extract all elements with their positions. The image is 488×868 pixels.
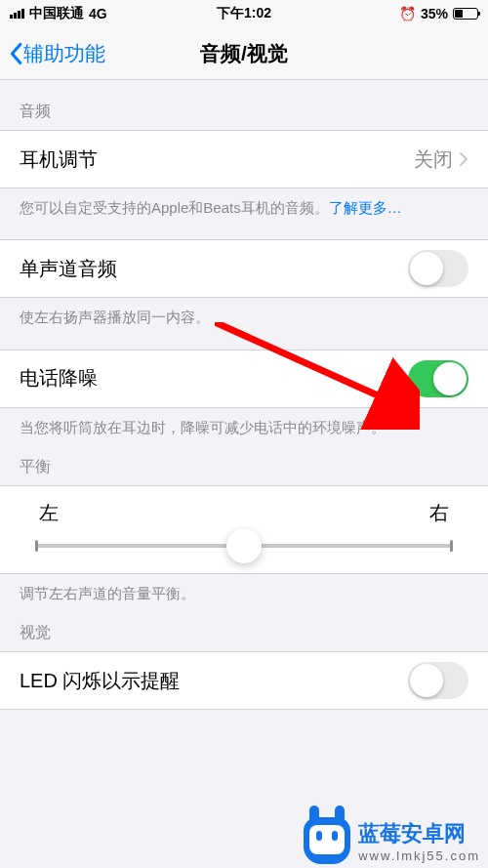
- visual-section-caption: 视觉: [0, 603, 488, 651]
- balance-caption: 平衡: [0, 437, 488, 485]
- mono-footer: 使左右扬声器播放同一内容。: [0, 298, 488, 327]
- chevron-left-icon: [8, 42, 23, 65]
- balance-footer: 调节左右声道的音量平衡。: [0, 574, 488, 603]
- alarm-icon: ⏰: [399, 6, 416, 21]
- status-right: ⏰ 35%: [399, 6, 478, 21]
- balance-slider-row: 左 右: [0, 485, 488, 574]
- watermark-title: 蓝莓安卓网: [358, 821, 466, 846]
- balance-slider[interactable]: [35, 544, 453, 548]
- balance-left-label: 左: [39, 500, 59, 526]
- balance-right-label: 右: [429, 500, 449, 526]
- mono-audio-cell: 单声道音频: [0, 240, 488, 297]
- watermark: 蓝莓安卓网 www.lmkj55.com: [304, 817, 480, 864]
- headphone-adjust-label: 耳机调节: [20, 146, 98, 173]
- status-left: 中国联通 4G: [10, 5, 107, 22]
- headphone-footer: 您可以自定受支持的Apple和Beats耳机的音频。了解更多…: [0, 188, 488, 218]
- status-time: 下午1:02: [217, 5, 271, 22]
- status-bar: 中国联通 4G 下午1:02 ⏰ 35%: [0, 0, 488, 27]
- carrier-label: 中国联通: [29, 5, 84, 22]
- noise-footer: 当您将听筒放在耳边时，降噪可减少电话中的环境噪声。: [0, 408, 488, 437]
- nav-bar: 辅助功能 音频/视觉: [0, 27, 488, 80]
- led-flash-label: LED 闪烁以示提醒: [20, 668, 180, 694]
- watermark-url: www.lmkj55.com: [358, 848, 480, 863]
- led-flash-toggle[interactable]: [408, 662, 468, 699]
- network-label: 4G: [89, 6, 107, 21]
- chevron-right-icon: [459, 151, 468, 167]
- mono-audio-toggle[interactable]: [408, 250, 468, 287]
- led-group: LED 闪烁以示提醒: [0, 651, 488, 710]
- signal-icon: [10, 9, 24, 19]
- battery-pct: 35%: [421, 6, 448, 21]
- phone-noise-cell: 电话降噪: [0, 351, 488, 407]
- phone-noise-toggle[interactable]: [408, 360, 468, 397]
- mascot-icon: [304, 817, 350, 864]
- noise-group: 电话降噪: [0, 350, 488, 408]
- balance-slider-thumb[interactable]: [226, 528, 262, 563]
- mono-group: 单声道音频: [0, 239, 488, 298]
- battery-icon: [453, 8, 478, 20]
- back-button[interactable]: 辅助功能: [8, 27, 105, 79]
- led-flash-cell: LED 闪烁以示提醒: [0, 652, 488, 709]
- headphone-adjust-cell[interactable]: 耳机调节 关闭: [0, 131, 488, 187]
- audio-section-caption: 音频: [0, 80, 488, 130]
- phone-noise-label: 电话降噪: [20, 365, 98, 392]
- back-label: 辅助功能: [23, 40, 105, 67]
- headphone-adjust-group: 耳机调节 关闭: [0, 130, 488, 188]
- mono-audio-label: 单声道音频: [20, 256, 117, 282]
- headphone-adjust-value: 关闭: [414, 146, 468, 173]
- balance-ends: 左 右: [35, 500, 453, 526]
- learn-more-link[interactable]: 了解更多…: [329, 199, 402, 216]
- page-title: 音频/视觉: [200, 40, 288, 67]
